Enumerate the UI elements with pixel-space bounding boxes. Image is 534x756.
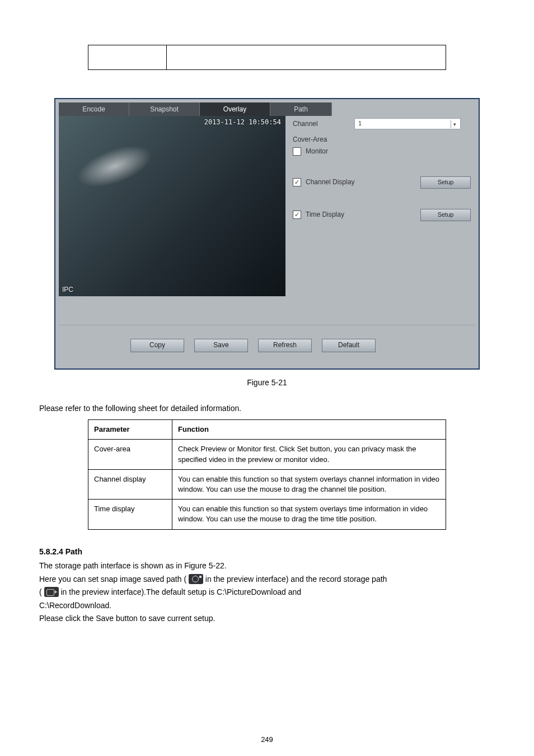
tab-overlay[interactable]: Overlay <box>200 102 270 116</box>
cell-param: Time display <box>88 500 172 529</box>
path-line4: Please click the Save button to save cur… <box>39 613 495 624</box>
label-channel-display: Channel Display <box>306 178 354 187</box>
caption-ref: Please refer to the following sheet for … <box>39 403 495 414</box>
figure-caption: Figure 5-21 <box>39 377 495 389</box>
label-time-display: Time Display <box>306 210 344 220</box>
tab-encode[interactable]: Encode <box>59 102 129 116</box>
cell <box>88 45 167 70</box>
top-empty-table <box>88 45 446 70</box>
parameter-table: Parameter Function Cover-area Check Prev… <box>88 419 446 529</box>
page-number: 249 <box>0 735 534 745</box>
th-function: Function <box>172 420 446 440</box>
text: in the preview interface).The default se… <box>60 587 301 596</box>
section-title: 5.8.2.4 Path <box>39 547 495 558</box>
text: ( <box>39 587 42 596</box>
channel-select[interactable]: 1 ▾ <box>354 118 461 129</box>
label-monitor: Monitor <box>306 147 328 156</box>
label-cover-area: Cover-Area <box>293 135 354 144</box>
path-line1b: Here you can set snap image saved path (… <box>39 574 495 585</box>
time-display-checkbox[interactable] <box>293 211 301 219</box>
monitor-checkbox[interactable] <box>293 147 301 156</box>
light-flare <box>72 137 157 195</box>
channel-display-setup-button[interactable]: Setup <box>420 176 471 189</box>
tab-snapshot[interactable]: Snapshot <box>129 102 200 116</box>
path-line1a: The storage path interface is shown as i… <box>39 561 495 572</box>
channel-value: 1 <box>358 119 362 128</box>
overlay-settings-screenshot: Encode Snapshot Overlay Path 2013-11-12 … <box>54 98 480 370</box>
text: Here you can set snap image saved path ( <box>39 575 186 584</box>
save-button[interactable]: Save <box>194 339 248 352</box>
chevron-down-icon: ▾ <box>451 120 458 128</box>
path-line3: C:\RecordDownload. <box>39 600 495 612</box>
channel-display-checkbox[interactable] <box>293 178 301 186</box>
th-parameter: Parameter <box>88 420 172 440</box>
tab-path[interactable]: Path <box>270 102 332 116</box>
cell-param: Cover-area <box>88 440 172 469</box>
copy-button[interactable]: Copy <box>130 339 184 352</box>
time-display-setup-button[interactable]: Setup <box>420 209 471 221</box>
refresh-button[interactable]: Refresh <box>258 339 312 352</box>
overlay-timestamp: 2013-11-12 10:50:54 <box>204 118 281 127</box>
text: in the preview interface) and the record… <box>205 575 387 584</box>
label-channel: Channel <box>293 119 354 129</box>
overlay-channel-label: IPC <box>62 285 73 295</box>
cell-func: You can enable this function so that sys… <box>172 469 446 499</box>
snapshot-icon <box>189 574 203 584</box>
path-line2: ( in the preview interface).The default … <box>39 587 495 598</box>
default-button[interactable]: Default <box>322 339 376 352</box>
cell-func: Check Preview or Monitor first. Click Se… <box>172 440 446 469</box>
cell-param: Channel display <box>88 469 172 499</box>
cell <box>166 45 446 70</box>
record-icon <box>44 587 59 597</box>
video-preview: 2013-11-12 10:50:54 IPC <box>59 116 285 296</box>
cell-func: You can enable this function so that sys… <box>172 500 446 529</box>
